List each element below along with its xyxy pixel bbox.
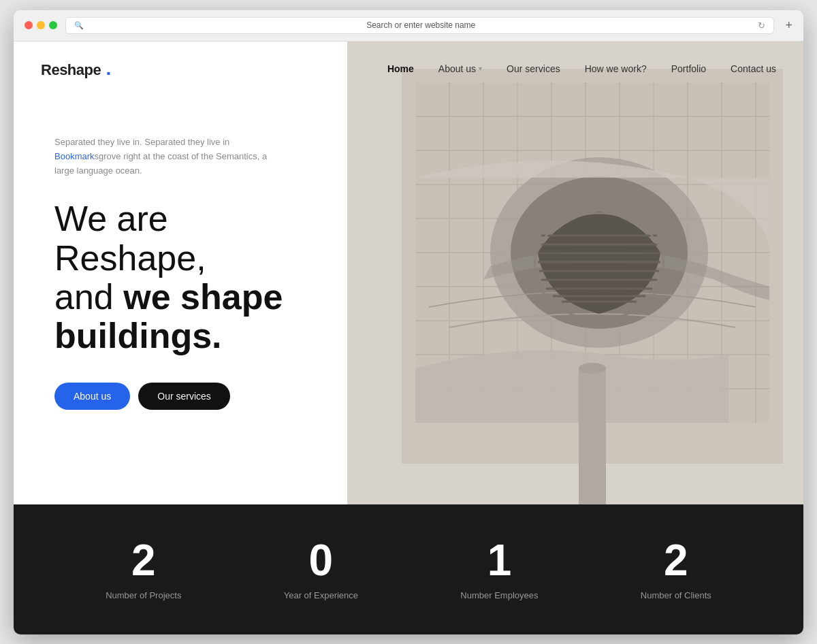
bookmark-highlight: Bookmark [54,151,95,161]
stats-section: 2 Number of Projects 0 Year of Experienc… [14,504,803,634]
nav-home[interactable]: Home [387,63,414,74]
stat-experience-label: Year of Experience [284,590,358,600]
navigation: Reshape . Home About us ▾ Our services H… [14,42,803,96]
hero-left-panel: Separated they live in. Separated they l… [14,42,347,504]
browser-window: 🔍 Search or enter website name ↻ + Resha… [14,10,803,634]
logo-re: Re [41,61,59,78]
logo-shape: shape [59,61,101,78]
hero-subtitle: Separated they live in. Separated they l… [54,135,286,178]
website-content: Reshape . Home About us ▾ Our services H… [14,42,803,634]
stat-employees-label: Number Employees [460,590,538,600]
nav-contact[interactable]: Contact us [731,63,776,74]
hero-title: We are Reshape, and we shape buildings. [54,199,306,355]
address-bar[interactable]: 🔍 Search or enter website name ↻ [65,17,774,34]
hero-image-panel [347,42,803,504]
close-button[interactable] [25,21,33,29]
browser-chrome: 🔍 Search or enter website name ↻ + [14,10,803,42]
maximize-button[interactable] [49,21,57,29]
nav-services[interactable]: Our services [507,63,560,74]
stat-clients-number: 2 [641,538,711,582]
logo-dot: . [101,58,111,79]
svg-point-25 [579,363,606,374]
stat-clients: 2 Number of Clients [641,538,711,600]
stat-experience: 0 Year of Experience [284,538,358,600]
stat-employees-number: 1 [460,538,538,582]
nav-about[interactable]: About us ▾ [438,63,482,74]
stat-experience-number: 0 [284,538,358,582]
nav-links: Home About us ▾ Our services How we work… [387,63,776,74]
stat-clients-label: Number of Clients [641,590,711,600]
chevron-down-icon: ▾ [479,65,482,72]
search-icon: 🔍 [74,21,84,30]
logo: Reshape . [41,58,111,80]
nav-how[interactable]: How we work? [585,63,647,74]
stat-employees: 1 Number Employees [460,538,538,600]
hero-buttons: About us Our services [54,383,306,410]
traffic-lights [25,21,57,29]
new-tab-button[interactable]: + [785,18,792,33]
stat-projects-label: Number of Projects [106,590,181,600]
minimize-button[interactable] [37,21,45,29]
address-text: Search or enter website name [88,20,754,30]
about-us-button[interactable]: About us [54,383,130,410]
our-services-button[interactable]: Our services [138,383,230,410]
building-image [347,42,803,504]
nav-portfolio[interactable]: Portfolio [671,63,706,74]
hero-section: Reshape . Home About us ▾ Our services H… [14,42,803,504]
stat-projects: 2 Number of Projects [106,538,181,600]
refresh-button[interactable]: ↻ [758,20,765,31]
stat-projects-number: 2 [106,538,181,582]
svg-rect-24 [579,368,606,504]
